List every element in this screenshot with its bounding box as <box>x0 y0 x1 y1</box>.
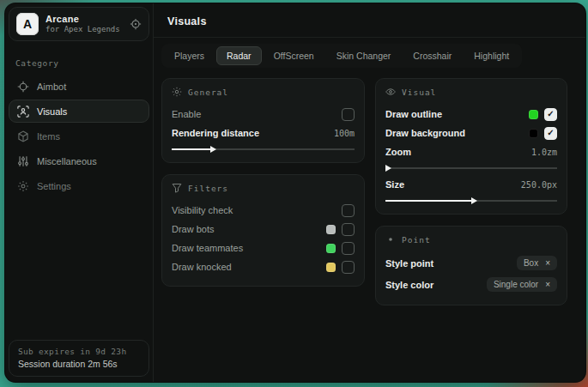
filters-card-title: Filters <box>188 184 228 193</box>
size-row: Size 250.0px <box>385 175 557 194</box>
sidebar-item-items[interactable]: Items <box>9 124 149 148</box>
sidebar-spacer <box>9 197 149 340</box>
draw-background-label: Draw background <box>385 128 465 138</box>
draw-background-color-swatch[interactable] <box>529 129 538 138</box>
enable-checkbox[interactable] <box>342 108 355 121</box>
session-duration-text: Session duration 2m 56s <box>18 359 140 369</box>
style-point-chip[interactable]: Box × <box>517 256 557 270</box>
tab-highlight[interactable]: Highlight <box>464 46 519 65</box>
draw-teammates-row: Draw teammates <box>172 239 355 257</box>
size-value: 250.0px <box>521 180 557 190</box>
tab-skin-changer[interactable]: Skin Changer <box>326 46 402 65</box>
draw-teammates-label: Draw teammates <box>172 243 243 253</box>
style-color-chip[interactable]: Single color × <box>487 277 557 292</box>
slider-thumb[interactable] <box>471 197 477 204</box>
sidebar-item-label: Aimbot <box>37 82 66 92</box>
rendering-distance-slider[interactable] <box>172 145 355 153</box>
app-logo: A <box>16 13 39 35</box>
draw-outline-label: Draw outline <box>385 109 442 119</box>
visibility-check-checkbox[interactable] <box>342 204 355 217</box>
slider-thumb[interactable] <box>210 146 216 153</box>
draw-knocked-row: Draw knocked <box>172 257 355 276</box>
slider-thumb[interactable] <box>385 165 391 172</box>
size-label: Size <box>385 179 404 190</box>
draw-background-checkbox[interactable]: ✓ <box>544 127 557 140</box>
sidebar-item-label: Settings <box>37 181 71 191</box>
style-color-row: Style color Single color × <box>385 274 557 295</box>
filters-card: Filters Visibility check Draw bots <box>161 174 365 287</box>
slider-track <box>385 167 557 169</box>
draw-outline-color-swatch[interactable] <box>529 110 538 119</box>
size-slider[interactable] <box>385 197 557 204</box>
visual-card: Visual Draw outline ✓ Draw background <box>375 78 567 215</box>
slider-fill <box>385 200 471 203</box>
zoom-value: 1.0zm <box>531 148 557 157</box>
right-column: Visual Draw outline ✓ Draw background <box>375 78 567 305</box>
general-card-title: General <box>188 88 228 97</box>
enable-row: Enable <box>172 105 355 124</box>
sidebar-item-label: Miscellaneous <box>37 156 97 166</box>
style-color-label: Style color <box>385 280 433 290</box>
rendering-distance-row: Rendering distance 100m <box>172 124 355 142</box>
sidebar: A Arcane for Apex Legends Category <box>5 3 154 382</box>
app-title-block: Arcane for Apex Legends <box>45 14 123 35</box>
draw-background-row: Draw background ✓ <box>385 124 557 142</box>
point-card: Point Style point Box × Style color Sing… <box>375 226 567 305</box>
funnel-icon <box>172 183 182 193</box>
close-icon[interactable]: × <box>545 258 550 268</box>
dot-icon <box>385 234 396 245</box>
close-icon[interactable]: × <box>545 280 550 289</box>
rendering-distance-value: 100m <box>334 129 355 138</box>
tab-offscreen[interactable]: OffScreen <box>264 46 324 65</box>
draw-knocked-label: Draw knocked <box>172 262 232 272</box>
draw-knocked-checkbox[interactable] <box>342 261 355 274</box>
tab-radar[interactable]: Radar <box>216 46 262 65</box>
draw-outline-row: Draw outline ✓ <box>385 105 557 124</box>
app-subtitle: for Apex Legends <box>45 25 123 34</box>
draw-teammates-color-swatch[interactable] <box>326 244 336 253</box>
zoom-slider[interactable] <box>385 164 557 172</box>
cube-icon <box>17 130 29 142</box>
sidebar-item-label: Visuals <box>37 106 67 117</box>
draw-outline-checkbox[interactable]: ✓ <box>544 108 557 121</box>
left-column: General Enable Rendering distance 100m <box>161 78 365 287</box>
visibility-check-label: Visibility check <box>172 205 233 215</box>
style-point-row: Style point Box × <box>385 252 557 274</box>
point-card-header: Point <box>385 234 557 245</box>
slider-fill <box>172 148 210 151</box>
content-area: General Enable Rendering distance 100m <box>154 68 585 316</box>
tab-bar: Players Radar OffScreen Skin Changer Cro… <box>161 44 522 68</box>
draw-teammates-checkbox[interactable] <box>342 242 355 255</box>
general-card-header: General <box>172 87 355 97</box>
filters-card-header: Filters <box>172 183 355 193</box>
sun-icon <box>172 87 182 97</box>
sidebar-item-visuals[interactable]: Visuals <box>9 100 149 123</box>
page-title: Visuals <box>167 15 572 27</box>
sidebar-item-settings[interactable]: Settings <box>9 174 149 197</box>
draw-bots-color-swatch[interactable] <box>326 225 336 234</box>
target-icon[interactable] <box>130 18 142 30</box>
eye-icon <box>385 87 396 97</box>
sidebar-item-label: Items <box>37 131 60 142</box>
style-point-chip-text: Box <box>524 258 538 268</box>
visual-card-header: Visual <box>385 87 557 97</box>
tab-crosshair[interactable]: Crosshair <box>403 46 462 65</box>
sliders-icon <box>17 155 29 167</box>
draw-bots-row: Draw bots <box>172 220 355 239</box>
draw-knocked-color-swatch[interactable] <box>326 263 336 272</box>
draw-bots-label: Draw bots <box>172 224 215 234</box>
enable-label: Enable <box>172 109 201 119</box>
main-header: Visuals <box>154 3 585 38</box>
app-name: Arcane <box>45 14 123 26</box>
player-scan-icon <box>17 106 29 118</box>
sidebar-item-aimbot[interactable]: Aimbot <box>9 75 149 98</box>
sidebar-item-miscellaneous[interactable]: Miscellaneous <box>9 149 149 172</box>
tabs-row: Players Radar OffScreen Skin Changer Cro… <box>154 38 585 68</box>
app-window: A Arcane for Apex Legends Category <box>5 3 585 382</box>
category-label: Category <box>15 58 142 68</box>
gear-icon <box>17 180 29 192</box>
draw-bots-checkbox[interactable] <box>342 223 355 236</box>
tab-players[interactable]: Players <box>164 46 215 65</box>
crosshair-icon <box>17 81 29 93</box>
general-card: General Enable Rendering distance 100m <box>161 78 365 163</box>
